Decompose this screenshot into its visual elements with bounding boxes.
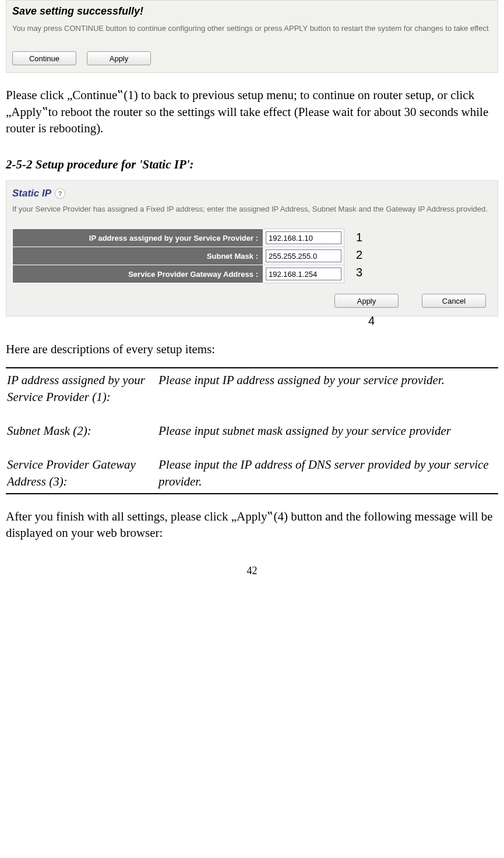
label-subnet-mask: Subnet Mask : xyxy=(13,247,263,265)
help-icon[interactable]: ? xyxy=(55,188,65,199)
apply-button[interactable]: Apply xyxy=(334,294,399,308)
page-number: 42 xyxy=(6,565,498,577)
input-ip-address[interactable] xyxy=(266,231,341,244)
desc-text-subnet: Please input subnet mask assigned by you… xyxy=(158,423,497,439)
save-setting-panel: Save setting successfully! You may press… xyxy=(6,0,498,73)
label-gateway-address: Service Provider Gateway Address : xyxy=(13,265,263,283)
input-gateway-address[interactable] xyxy=(266,268,341,280)
desc-row-subnet: Subnet Mask (2): Please input subnet mas… xyxy=(7,420,497,441)
static-ip-title: Static IP ? xyxy=(12,188,492,199)
form-row-gateway: Service Provider Gateway Address : xyxy=(13,265,344,283)
save-setting-hint: You may press CONTINUE button to continu… xyxy=(12,23,492,34)
desc-text-gateway: Please input the IP address of DNS serve… xyxy=(158,456,497,490)
form-row-subnet: Subnet Mask : xyxy=(13,247,344,265)
desc-text-ip: Please input IP address assigned by your… xyxy=(158,372,497,405)
cancel-button[interactable]: Cancel xyxy=(422,294,486,308)
descriptions-table: IP address assigned by your Service Prov… xyxy=(6,367,498,494)
static-ip-panel: Static IP ? If your Service Provider has… xyxy=(6,180,498,317)
static-ip-form-table: IP address assigned by your Service Prov… xyxy=(12,228,344,283)
apply-button-top[interactable]: Apply xyxy=(87,51,151,65)
desc-label-ip: IP address assigned by your Service Prov… xyxy=(7,372,147,405)
section-heading-2-5-2: 2-5-2 Setup procedure for 'Static IP': xyxy=(6,157,498,172)
static-ip-button-row: Apply Cancel xyxy=(12,294,492,308)
save-setting-title: Save setting successfully! xyxy=(12,5,492,17)
descriptions-intro: Here are descriptions of every setup ite… xyxy=(6,342,498,357)
annotation-badge-2: 2 xyxy=(356,248,362,262)
annotation-badge-4: 4 xyxy=(368,314,375,328)
static-ip-hint: If your Service Provider has assigned a … xyxy=(12,204,492,214)
desc-label-subnet: Subnet Mask (2): xyxy=(7,423,147,439)
continue-button[interactable]: Continue xyxy=(12,51,76,65)
static-ip-title-text: Static IP xyxy=(12,188,51,199)
desc-label-gateway: Service Provider Gateway Address (3): xyxy=(7,456,147,490)
label-ip-address: IP address assigned by your Service Prov… xyxy=(13,229,263,247)
annotation-badge-1: 1 xyxy=(356,231,362,244)
desc-row-ip: IP address assigned by your Service Prov… xyxy=(7,370,497,407)
save-setting-button-row: Continue Apply xyxy=(12,51,492,65)
instruction-paragraph-2: After you finish with all settings, plea… xyxy=(6,508,498,541)
input-subnet-mask[interactable] xyxy=(266,249,341,262)
annotation-badge-3: 3 xyxy=(356,266,362,279)
form-row-ip: IP address assigned by your Service Prov… xyxy=(13,229,344,247)
desc-row-gateway: Service Provider Gateway Address (3): Pl… xyxy=(7,454,497,492)
instruction-paragraph-1: Please click „Continue‟(1) to back to pr… xyxy=(6,87,498,136)
